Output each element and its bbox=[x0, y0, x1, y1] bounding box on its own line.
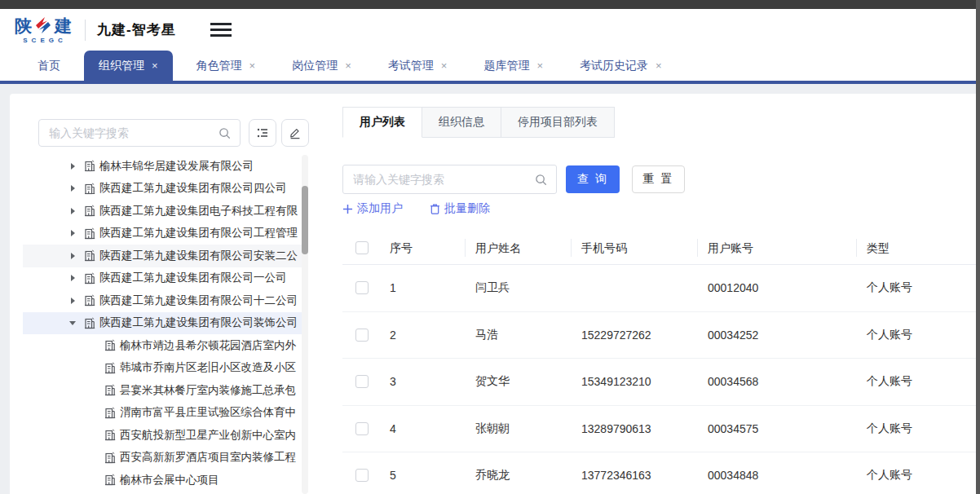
reset-button[interactable]: 重 置 bbox=[632, 165, 685, 193]
search-icon bbox=[535, 174, 547, 186]
plus-icon bbox=[342, 204, 353, 214]
tree-item[interactable]: 陕西建工第九建设集团有限公司安装二公 bbox=[23, 245, 305, 267]
cell-type: 个人账号 bbox=[857, 374, 980, 389]
tree-item[interactable]: 昙宴米其林餐厅室内装修施工总承包 bbox=[23, 379, 305, 402]
column-header: 类型 bbox=[857, 239, 980, 257]
row-checkbox[interactable] bbox=[355, 469, 369, 482]
row-checkbox[interactable] bbox=[355, 281, 369, 294]
cell-phone: 13772346163 bbox=[572, 469, 698, 482]
cell-phone: 15349123210 bbox=[572, 375, 698, 388]
cell-name: 乔晓龙 bbox=[466, 468, 572, 483]
nav-tab-label: 组织管理 bbox=[99, 59, 144, 73]
tree-caret-icon[interactable] bbox=[69, 297, 77, 305]
tab-close-icon[interactable]: × bbox=[152, 60, 158, 72]
cell-phone: 13289790613 bbox=[572, 422, 698, 435]
tree-caret-icon[interactable] bbox=[69, 162, 77, 170]
logo-text-left: 陕 bbox=[15, 17, 32, 34]
tree-caret-icon[interactable] bbox=[69, 207, 77, 215]
detail-tab-bar: 用户列表组织信息停用项目部列表 bbox=[342, 107, 615, 138]
cell-type: 个人账号 bbox=[857, 280, 980, 295]
nav-tab[interactable]: 考试管理 × bbox=[375, 51, 461, 81]
nav-tab[interactable]: 角色管理 × bbox=[183, 51, 269, 81]
tree-search-input[interactable] bbox=[39, 126, 219, 139]
tree-item[interactable]: 陕西建工第九建设集团有限公司十二公司 bbox=[23, 289, 305, 312]
building-icon bbox=[84, 227, 95, 240]
tree-item[interactable]: 陕西建工第九建设集团有限公司四公司 bbox=[23, 178, 305, 201]
nav-tab[interactable]: 首页 bbox=[24, 51, 73, 81]
tab-close-icon[interactable]: × bbox=[536, 60, 543, 72]
select-all-checkbox[interactable] bbox=[355, 241, 369, 254]
building-icon bbox=[104, 384, 116, 396]
tree-item[interactable]: 西安航投新型卫星产业创新中心室内 bbox=[23, 424, 305, 447]
column-header: 用户账号 bbox=[698, 239, 857, 257]
tree-caret-icon[interactable] bbox=[69, 229, 77, 237]
row-checkbox-cell bbox=[342, 422, 380, 435]
building-icon bbox=[84, 272, 95, 284]
cell-name: 张朝朝 bbox=[466, 421, 572, 436]
cell-type: 个人账号 bbox=[857, 421, 980, 436]
nav-tab[interactable]: 题库管理 × bbox=[470, 51, 556, 81]
tree-item[interactable]: 榆林市会展中心项目 bbox=[23, 469, 305, 492]
nav-tab[interactable]: 岗位管理 × bbox=[279, 51, 364, 81]
tree-item-label: 渭南市富平县庄里试验区综合体育中 bbox=[120, 405, 296, 420]
tab-close-icon[interactable]: × bbox=[249, 60, 256, 72]
tab-close-icon[interactable]: × bbox=[345, 60, 351, 72]
app-header: 陕 建 SCEGC 九建-智考星 bbox=[0, 9, 980, 51]
batch-delete-button[interactable]: 批量删除 bbox=[430, 201, 490, 216]
tree-item-label: 陕西建工第九建设集团有限公司工程管理 bbox=[99, 226, 298, 240]
detail-tab[interactable]: 组织信息 bbox=[422, 107, 501, 138]
tree-caret-icon[interactable] bbox=[69, 274, 77, 282]
nav-tab[interactable]: 组织管理 × bbox=[84, 51, 173, 81]
table-row: 3 贺文华 15349123210 00034568 个人账号 bbox=[342, 359, 980, 406]
tab-close-icon[interactable]: × bbox=[656, 60, 662, 72]
nav-tab-label: 考试管理 bbox=[388, 59, 434, 73]
tree-item-label: 陕西建工第九建设集团有限公司一公司 bbox=[99, 271, 287, 285]
building-icon bbox=[104, 407, 116, 419]
tree-item-label: 陕西建工第九建设集团有限公司安装二公 bbox=[99, 249, 298, 263]
building-icon bbox=[104, 362, 116, 374]
cell-no: 1 bbox=[380, 281, 466, 294]
nav-tab[interactable]: 考试历史记录 × bbox=[567, 51, 675, 81]
cell-name: 贺文华 bbox=[466, 374, 572, 389]
tree-caret-icon[interactable] bbox=[69, 319, 77, 327]
tree-edit-button[interactable] bbox=[281, 119, 309, 147]
tree-item[interactable]: 陕西建工第九建设集团有限公司一公司 bbox=[23, 267, 305, 290]
table-row: 2 马浩 15229727262 00034252 个人账号 bbox=[342, 312, 980, 359]
page-scrollbar[interactable] bbox=[976, 0, 980, 494]
building-icon bbox=[84, 160, 95, 172]
row-checkbox[interactable] bbox=[355, 422, 369, 435]
detail-tab[interactable]: 用户列表 bbox=[342, 107, 422, 138]
tree-item[interactable]: 陕西建工第九建设集团电子科技工程有限 bbox=[23, 200, 305, 223]
cell-name: 马浩 bbox=[466, 328, 572, 342]
tree-item[interactable]: 榆林市靖边县希尔顿花园酒店室内外 bbox=[23, 334, 305, 357]
row-checkbox-cell bbox=[342, 375, 380, 388]
organization-tree: 榆林丰锦华居建设发展有限公司 陕西建工第九建设集团有限公司四公司 陕西建工第九建… bbox=[23, 155, 305, 494]
tree-item[interactable]: 韩城市乔南片区老旧小区改造及小区 bbox=[23, 357, 305, 380]
tab-close-icon[interactable]: × bbox=[441, 60, 448, 72]
tree-item[interactable]: 渭南市富平县庄里试验区综合体育中 bbox=[23, 402, 305, 425]
batch-delete-label: 批量删除 bbox=[444, 201, 490, 216]
trash-icon bbox=[430, 203, 440, 214]
cell-account: 00034568 bbox=[698, 375, 857, 388]
user-search-input[interactable] bbox=[343, 173, 535, 186]
tree-item-label: 陕西建工第九建设集团有限公司四公司 bbox=[99, 181, 287, 196]
query-button[interactable]: 查 询 bbox=[566, 165, 620, 193]
tree-caret-icon[interactable] bbox=[69, 184, 77, 192]
hamburger-menu-icon[interactable] bbox=[210, 20, 232, 40]
column-header: 序号 bbox=[380, 239, 466, 257]
tree-caret-icon[interactable] bbox=[69, 252, 77, 260]
building-icon bbox=[104, 429, 116, 441]
tree-expand-toggle-button[interactable] bbox=[249, 119, 276, 147]
tree-item[interactable]: 西安高新新罗酒店项目室内装修工程 bbox=[23, 447, 305, 470]
add-user-button[interactable]: 添加用户 bbox=[342, 201, 403, 216]
tree-item[interactable]: 陕西建工第九建设集团有限公司装饰公司 bbox=[23, 312, 305, 335]
tree-scrollbar-track[interactable] bbox=[302, 155, 308, 494]
row-checkbox[interactable] bbox=[355, 329, 369, 342]
row-checkbox[interactable] bbox=[355, 375, 369, 388]
tree-scrollbar-thumb[interactable] bbox=[302, 186, 308, 254]
tree-item[interactable]: 陕西建工第九建设集团有限公司工程管理 bbox=[23, 223, 305, 245]
detail-tab[interactable]: 停用项目部列表 bbox=[501, 107, 615, 138]
tree-item-label: 榆林市靖边县希尔顿花园酒店室内外 bbox=[120, 338, 296, 353]
tree-item[interactable]: 榆林丰锦华居建设发展有限公司 bbox=[23, 155, 305, 178]
edit-pencil-icon bbox=[289, 126, 302, 139]
